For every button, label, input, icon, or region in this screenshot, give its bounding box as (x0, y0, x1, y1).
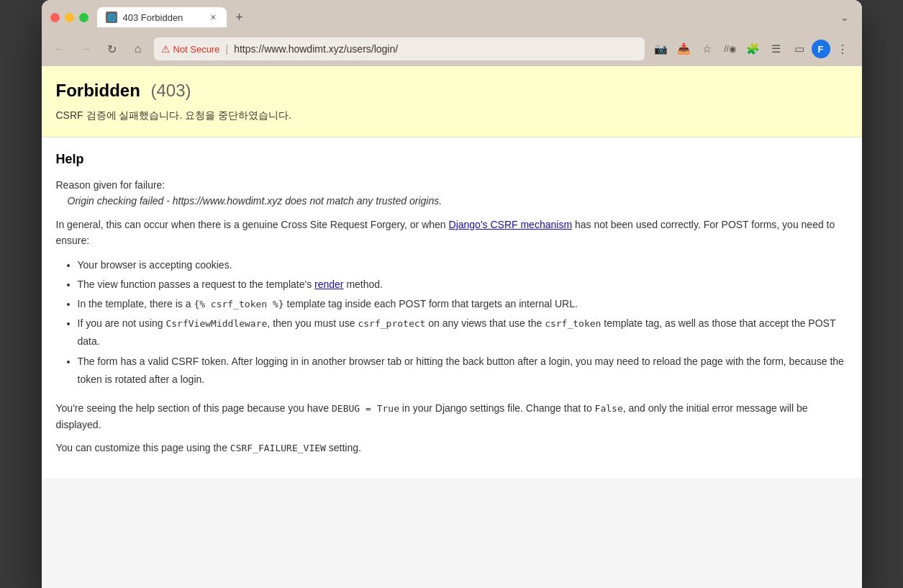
back-button[interactable]: ← (50, 39, 71, 59)
list-item: The form has a valid CSRF token. After l… (78, 353, 848, 389)
title-bar: 🌐 403 Forbidden × + ⌄ (42, 0, 862, 33)
tab-title: 403 Forbidden (123, 12, 204, 23)
cast-icon[interactable]: //◉ (720, 38, 741, 60)
url-separator: | (226, 43, 229, 55)
list-item: In the template, there is a {% csrf_toke… (78, 295, 848, 313)
address-bar: ← → ↻ ⌂ ⚠ Not Secure | https://www.howdi… (42, 33, 862, 66)
browser-menu-button[interactable]: ⋮ (832, 38, 853, 60)
traffic-lights (50, 13, 89, 22)
page-content: Forbidden (403) CSRF 검증에 실패했습니다. 요청을 중단하… (42, 66, 862, 588)
list-item: Your browser is accepting cookies. (78, 256, 848, 274)
debug-section (42, 478, 862, 588)
url-bar[interactable]: ⚠ Not Secure | https://www.howdimt.xyz/u… (154, 37, 645, 60)
intro-paragraph: In general, this can occur when there is… (56, 217, 848, 249)
forward-button[interactable]: → (76, 39, 96, 59)
minimize-window-button[interactable] (65, 13, 74, 22)
error-title: Forbidden (403) (56, 81, 848, 101)
reason-detail: Origin checking failed - https://www.how… (68, 193, 848, 209)
help-title: Help (56, 152, 848, 167)
debug-text-1: You're seeing the help section of this p… (56, 400, 848, 433)
active-tab[interactable]: 🌐 403 Forbidden × (97, 7, 227, 27)
render-link[interactable]: render (314, 279, 343, 290)
error-code: (403) (151, 81, 191, 100)
refresh-button[interactable]: ↻ (102, 39, 122, 59)
profile-avatar[interactable]: F (812, 40, 830, 58)
toolbar-icons: 📷 📥 ☆ //◉ 🧩 ☰ ▭ F ⋮ (650, 38, 853, 60)
url-text: https://www.howdimt.xyz/users/login/ (234, 43, 398, 55)
browser-window: 🌐 403 Forbidden × + ⌄ ← → ↻ ⌂ ⚠ (42, 0, 862, 588)
new-tab-button[interactable]: + (230, 7, 250, 27)
tab-favicon: 🌐 (106, 12, 117, 23)
bookmark-icon[interactable]: ☆ (696, 38, 718, 60)
sidebar-icon[interactable]: ▭ (789, 38, 810, 60)
tab-close-button[interactable]: × (209, 12, 217, 22)
requirements-list: Your browser is accepting cookies. The v… (78, 256, 848, 389)
home-button[interactable]: ⌂ (128, 39, 148, 59)
error-header: Forbidden (403) CSRF 검증에 실패했습니다. 요청을 중단하… (42, 66, 862, 137)
close-window-button[interactable] (50, 13, 60, 22)
warning-icon: ⚠ (161, 43, 171, 55)
maximize-window-button[interactable] (79, 13, 89, 22)
list-item: If you are not using CsrfViewMiddleware,… (78, 315, 848, 350)
expand-button[interactable]: ⌄ (836, 9, 853, 26)
screenshot-icon[interactable]: 📷 (650, 38, 672, 60)
not-secure-label: Not Secure (173, 44, 220, 55)
list-item: The view function passes a request to th… (78, 276, 848, 294)
extensions-icon[interactable]: 🧩 (743, 38, 764, 60)
debug-text-2: You can customize this page using the CS… (56, 440, 848, 456)
help-section: Help Reason given for failure: Origin ch… (42, 137, 862, 478)
not-secure-badge: ⚠ Not Secure (161, 43, 220, 55)
download-icon[interactable]: 📥 (673, 38, 695, 60)
error-message: CSRF 검증에 실패했습니다. 요청을 중단하였습니다. (56, 109, 848, 122)
csrf-mechanism-link[interactable]: Django's CSRF mechanism (449, 219, 573, 230)
tab-bar: 🌐 403 Forbidden × + ⌄ (97, 7, 853, 27)
reason-label: Reason given for failure: Origin checkin… (56, 177, 848, 209)
reading-list-icon[interactable]: ☰ (766, 38, 787, 60)
